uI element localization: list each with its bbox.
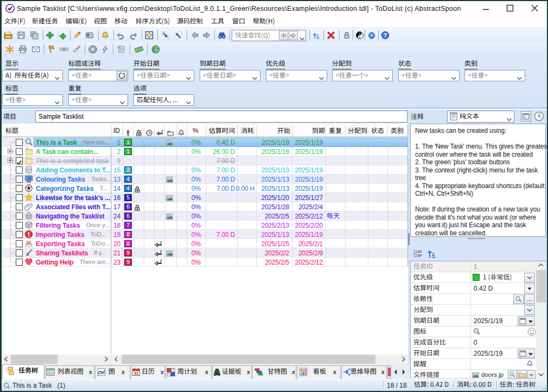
svg-text:31: 31 bbox=[134, 371, 138, 375]
svg-text:?: ? bbox=[384, 32, 387, 38]
